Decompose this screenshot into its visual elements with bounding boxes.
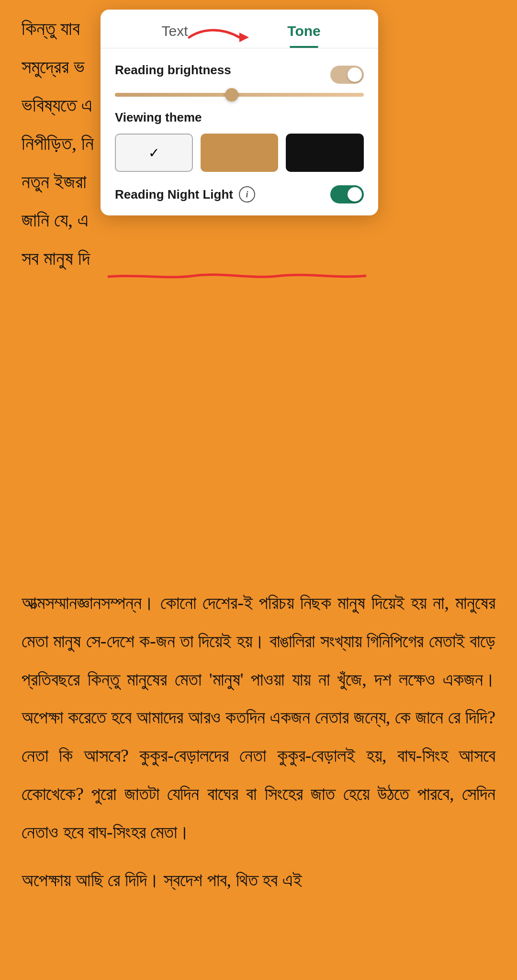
main-para-1: আত্মসম্মানজ্ঞানসম্পন্ন। কোনো দেশের-ই পরি…	[22, 584, 495, 852]
brightness-row: Reading brightness	[115, 63, 364, 86]
tab-tone[interactable]: Tone	[239, 10, 369, 48]
theme-option-white[interactable]: ✓	[115, 134, 193, 172]
svg-marker-0	[239, 33, 249, 42]
theme-option-black[interactable]	[286, 134, 364, 172]
theme-white-check: ✓	[148, 145, 159, 161]
panel-body: Reading brightness Viewing theme ✓	[101, 48, 378, 215]
theme-label: Viewing theme	[115, 110, 364, 125]
main-para-2: অপেক্ষায় আছি রে দিদি। স্বদেশ পাব, থিত হ…	[22, 861, 495, 900]
brightness-toggle-thumb	[348, 68, 362, 82]
night-light-label-group: Reading Night Light i	[115, 186, 255, 203]
night-light-row: Reading Night Light i	[115, 185, 364, 203]
arrow-annotation	[184, 23, 256, 54]
brightness-label: Reading brightness	[115, 63, 231, 78]
red-underline-annotation	[108, 272, 366, 283]
night-light-toggle[interactable]	[330, 185, 364, 203]
theme-options: ✓	[115, 134, 364, 172]
info-icon-text: i	[246, 190, 248, 200]
brightness-slider[interactable]	[115, 93, 364, 97]
brightness-slider-thumb	[225, 88, 238, 101]
night-light-toggle-thumb	[348, 187, 362, 202]
night-light-info-icon[interactable]: i	[239, 186, 255, 203]
theme-option-tan[interactable]	[201, 134, 279, 172]
main-text-block: আত্মসম্মানজ্ঞানসম্পন্ন। কোনো দেশের-ই পরি…	[0, 584, 517, 899]
brightness-toggle[interactable]	[330, 66, 364, 84]
night-light-label: Reading Night Light	[115, 187, 233, 202]
